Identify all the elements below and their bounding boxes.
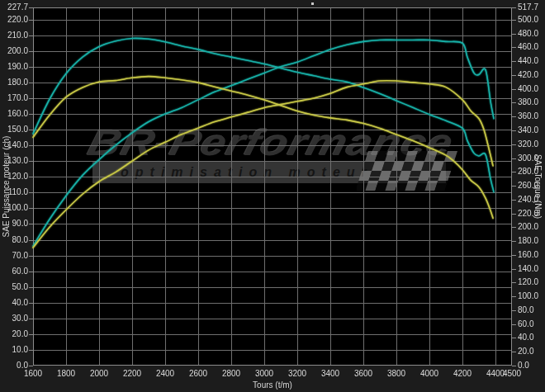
y-right-tick-label: 200.0 [518,223,538,231]
y-right-tick-label: 20.0 [518,347,533,356]
x-tick-label: 1600 [15,370,51,378]
x-tick-label: 3800 [378,370,415,378]
y-right-tick-label: 140.0 [518,265,538,273]
x-tick-label: 3000 [246,370,282,378]
y-right-tick-label: 180.0 [518,237,538,245]
cursor-artifact [311,2,314,5]
y-left-tick-label: 30.0 [0,314,28,323]
y-right-tick-label: 517.7 [518,3,538,12]
y-left-tick-label: 170.0 [0,94,28,102]
x-tick-label: 2200 [114,370,150,378]
right-axis-title: SAE Torque (Nm) [533,154,543,219]
y-left-tick-label: 70.0 [0,252,28,260]
brand-tagline: optimisation moteur [121,161,373,183]
x-tick-label: 3400 [312,370,348,378]
x-tick-label: 4200 [444,370,481,378]
x-tick-label: 2400 [147,370,183,378]
brand-tagline-banner: optimisation moteur [92,161,446,183]
y-left-tick-label: 200.0 [0,47,28,55]
x-tick-label: 2600 [180,370,216,378]
y-right-tick-label: 100.0 [518,292,538,300]
y-right-tick-label: 120.0 [518,278,538,286]
brand-watermark: BR-Performance optimisation moteur [83,124,456,190]
y-left-tick-label: 180.0 [0,78,28,87]
x-tick-label: 4500 [494,370,530,378]
left-axis-title: SAE Puissance moteur (ch) [2,136,11,238]
y-right-tick-label: 80.0 [518,306,533,314]
y-right-tick-label: 420.0 [518,71,538,79]
y-right-tick-label: 380.0 [518,98,538,106]
y-left-tick-label: 220.0 [0,16,28,24]
x-tick-label: 1800 [48,370,84,378]
y-right-tick-label: 160.0 [518,251,538,259]
y-right-tick-label: 40.0 [518,333,533,342]
y-left-tick-label: 210.0 [0,31,28,40]
x-tick-label: 2800 [213,370,249,378]
x-axis-title: Tours (t/m) [253,380,292,390]
y-left-tick-label: 190.0 [0,63,28,71]
x-tick-label: 3200 [279,370,315,378]
y-right-tick-label: 320.0 [518,140,538,149]
x-tick-label: 3600 [345,370,382,378]
y-right-tick-label: 400.0 [518,85,538,93]
y-left-tick-label: 10.0 [0,346,28,354]
y-left-tick-label: 150.0 [0,125,28,134]
y-left-tick-label: 40.0 [0,299,28,307]
x-tick-label: 2000 [81,370,117,378]
y-right-tick-label: 60.0 [518,320,533,328]
y-right-tick-label: 500.0 [518,16,538,24]
y-left-tick-label: 60.0 [0,267,28,276]
y-left-tick-label: 227.7 [0,3,28,12]
y-left-tick-label: 20.0 [0,330,28,338]
dyno-chart: BR-Performance optimisation moteur 227.7… [0,0,545,392]
y-left-tick-label: 160.0 [0,110,28,118]
y-right-tick-label: 360.0 [518,112,538,120]
checkered-flag-icon [357,151,464,192]
x-tick-label: 4000 [411,370,448,378]
y-right-tick-label: 460.0 [518,43,538,51]
y-right-tick-label: 480.0 [518,30,538,38]
y-right-tick-label: 340.0 [518,126,538,135]
y-left-tick-label: 50.0 [0,283,28,291]
y-right-tick-label: 440.0 [518,57,538,65]
